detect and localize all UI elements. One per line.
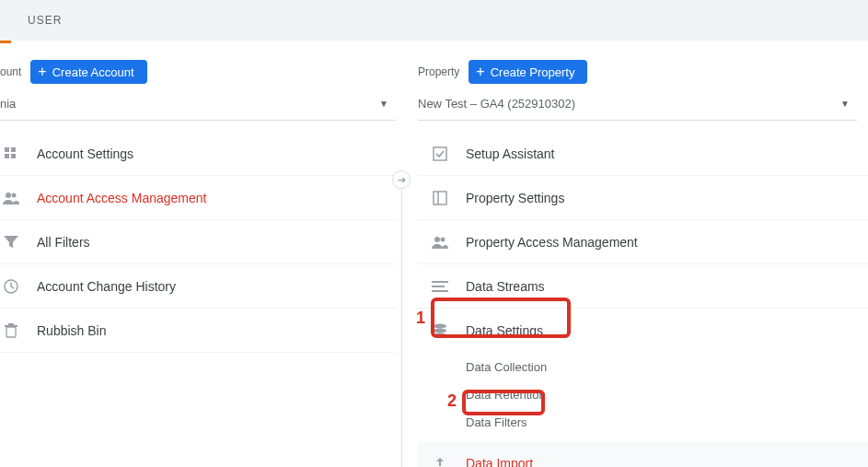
svg-rect-9	[8, 323, 14, 325]
history-icon	[0, 279, 22, 294]
svg-point-5	[12, 193, 17, 197]
nav-account-access-management[interactable]: Account Access Management	[0, 176, 396, 220]
svg-rect-0	[5, 147, 9, 152]
database-icon	[429, 323, 451, 338]
property-selector-value: New Test – GA4 (252910302)	[418, 97, 575, 111]
nav-rubbish-bin[interactable]: Rubbish Bin	[0, 309, 396, 353]
create-account-button-label: Create Account	[52, 65, 134, 79]
people-icon	[429, 236, 451, 249]
svg-rect-16	[432, 286, 445, 287]
upload-icon	[429, 456, 451, 468]
nav-label: Setup Assistant	[466, 146, 555, 161]
chevron-down-icon: ▼	[840, 99, 850, 109]
svg-point-18	[434, 324, 446, 329]
svg-rect-11	[434, 192, 446, 204]
account-selector-value: nia	[0, 97, 16, 111]
svg-rect-3	[11, 154, 16, 158]
nav-account-settings[interactable]: Account Settings	[0, 132, 396, 176]
grid-icon	[0, 146, 22, 161]
svg-rect-2	[5, 154, 9, 158]
nav-data-collection[interactable]: Data Collection	[466, 353, 868, 380]
account-column-label: ount	[0, 65, 21, 78]
nav-label: Account Access Management	[37, 191, 206, 205]
nav-label: Data Import	[466, 456, 533, 468]
nav-label: Account Settings	[37, 146, 133, 161]
streams-icon	[429, 280, 451, 293]
layout-icon	[429, 191, 451, 205]
create-property-button[interactable]: + Create Property	[469, 60, 587, 84]
nav-all-filters[interactable]: All Filters	[0, 220, 396, 264]
plus-icon: +	[38, 64, 46, 79]
nav-label: Rubbish Bin	[37, 323, 107, 338]
svg-rect-1	[11, 147, 16, 152]
svg-rect-15	[432, 281, 448, 283]
account-column: ount + Create Account nia ▼ Account Sett…	[0, 43, 396, 467]
nav-label: Data Settings	[466, 323, 543, 338]
svg-rect-8	[5, 325, 17, 327]
nav-label: Property Access Management	[466, 235, 638, 250]
svg-rect-10	[434, 147, 446, 160]
data-settings-submenu: Data Collection Data Retention Data Filt…	[418, 353, 868, 436]
people-icon	[0, 192, 22, 204]
column-divider	[401, 189, 402, 467]
property-column-label: Property	[418, 65, 459, 78]
nav-data-streams[interactable]: Data Streams	[418, 264, 868, 309]
nav-property-settings[interactable]: Property Settings	[418, 176, 868, 220]
property-column: Property + Create Property New Test – GA…	[396, 43, 868, 467]
top-bar: USER	[0, 0, 868, 41]
nav-label: Account Change History	[37, 279, 176, 294]
expand-arrow-icon[interactable]: ➔	[392, 170, 411, 189]
create-property-button-label: Create Property	[491, 65, 575, 79]
svg-point-14	[441, 237, 446, 241]
svg-point-20	[434, 333, 446, 338]
nav-label: Data Streams	[466, 279, 545, 294]
nav-data-settings[interactable]: Data Settings	[418, 309, 868, 353]
svg-point-13	[434, 237, 440, 242]
property-selector[interactable]: New Test – GA4 (252910302) ▼	[418, 89, 857, 121]
nav-account-change-history[interactable]: Account Change History	[0, 264, 396, 309]
chevron-down-icon: ▼	[379, 99, 388, 109]
svg-rect-17	[432, 290, 448, 292]
create-account-button[interactable]: + Create Account	[30, 60, 146, 84]
svg-rect-7	[6, 327, 16, 337]
nav-label: All Filters	[37, 235, 90, 250]
plus-icon: +	[476, 64, 484, 79]
trash-icon	[0, 323, 22, 338]
checkbox-icon	[429, 146, 451, 161]
nav-property-access-management[interactable]: Property Access Management	[418, 220, 868, 264]
nav-setup-assistant[interactable]: Setup Assistant	[418, 132, 868, 176]
filter-icon	[0, 236, 22, 249]
nav-data-import[interactable]: Data Import	[418, 441, 868, 467]
account-selector[interactable]: nia ▼	[0, 89, 396, 121]
svg-point-4	[6, 193, 11, 198]
nav-data-filters[interactable]: Data Filters	[466, 408, 868, 436]
nav-data-retention[interactable]: Data Retention	[466, 380, 868, 408]
tab-user[interactable]: USER	[22, 14, 67, 27]
svg-point-19	[434, 329, 446, 333]
nav-label: Property Settings	[466, 191, 564, 205]
